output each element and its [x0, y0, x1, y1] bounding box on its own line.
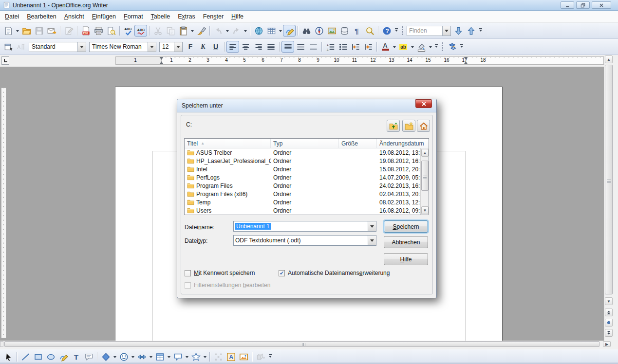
indent-marker-right[interactable] [464, 57, 468, 64]
drawing-overflow-button[interactable] [267, 351, 273, 363]
stars-dropdown[interactable] [202, 351, 207, 363]
create-new-folder-button[interactable] [402, 120, 415, 132]
menu-tabelle[interactable]: Tabelle [147, 11, 174, 22]
previous-page-button[interactable] [605, 309, 613, 316]
file-row[interactable]: Users Ordner 16.08.2012, 09:2 [185, 206, 429, 215]
mini-toolbar-handle[interactable] [441, 42, 444, 52]
block-arrows-dropdown[interactable] [148, 351, 153, 363]
styles-window-button[interactable] [2, 41, 15, 53]
open-button[interactable] [20, 25, 33, 36]
callouts-dropdown[interactable] [184, 351, 189, 363]
paragraph-style-value[interactable]: Standard [29, 43, 77, 50]
align-center-button[interactable] [239, 41, 252, 53]
background-color-button[interactable] [415, 41, 428, 53]
file-row[interactable]: HP_LaserJet_Professional_CM Ordner 19.08… [185, 157, 429, 165]
flowchart-button[interactable] [153, 351, 166, 363]
flowchart-dropdown[interactable] [166, 351, 171, 363]
align-left-button[interactable] [226, 41, 239, 53]
edit-file-button[interactable] [62, 25, 75, 36]
filename-dropdown-button[interactable] [368, 221, 376, 231]
font-color-button[interactable]: A [379, 41, 392, 53]
column-header-title[interactable]: Titel ▲ [185, 139, 271, 148]
file-list-scrollbar[interactable]: ▲ ▼ [420, 148, 429, 215]
scroll-up-button[interactable]: ▲ [605, 55, 613, 63]
file-list-scroll-up[interactable]: ▲ [421, 149, 429, 157]
menu-format[interactable]: Format [120, 11, 147, 22]
select-tool-button[interactable] [2, 351, 15, 363]
undo-button[interactable] [212, 25, 225, 36]
menu-ansicht[interactable]: Ansicht [60, 11, 88, 22]
help-button[interactable] [380, 25, 393, 36]
auto-spellcheck-button[interactable] [134, 25, 147, 36]
navigation-button[interactable] [605, 319, 613, 327]
freeform-tool-button[interactable] [57, 351, 70, 363]
file-row[interactable]: PerfLogs Ordner 14.07.2009, 05:2 [185, 173, 429, 182]
symbol-shapes-button[interactable] [117, 351, 130, 363]
font-size-value[interactable]: 12 [160, 43, 174, 50]
page-preview-button[interactable] [105, 25, 117, 36]
gallery-button[interactable] [325, 25, 338, 36]
formatting-overflow-button[interactable] [433, 41, 439, 53]
email-button[interactable] [45, 25, 58, 36]
filename-value[interactable]: Unbenannt 1 [234, 223, 368, 230]
default-directory-button[interactable] [417, 120, 430, 132]
scroll-down-button[interactable]: ▼ [605, 297, 613, 305]
block-arrows-button[interactable] [135, 351, 148, 363]
rectangle-tool-button[interactable] [32, 351, 44, 363]
text-callout-tool-button[interactable] [82, 351, 95, 363]
insert-picture-button[interactable] [237, 351, 250, 363]
menu-einfuegen[interactable]: Einfügen [88, 11, 120, 22]
find-input[interactable] [407, 26, 442, 36]
font-size-dropdown[interactable] [174, 42, 182, 52]
line-spacing-15-button[interactable] [294, 41, 307, 53]
minimize-button[interactable] [561, 1, 574, 9]
redo-dropdown[interactable] [243, 25, 248, 36]
file-row[interactable]: Program Files (x86) Ordner 02.04.2013, 2… [185, 190, 429, 198]
hyperlink-button[interactable] [252, 25, 265, 36]
underline-button[interactable]: U [209, 41, 222, 53]
copy-button[interactable] [164, 25, 177, 36]
bold-button[interactable]: F [184, 41, 197, 53]
vertical-scrollbar[interactable]: ▲ ▼ [604, 55, 613, 341]
file-row[interactable]: Intel Ordner 15.08.2012, 20:4 [185, 165, 429, 173]
find-previous-button[interactable] [465, 25, 477, 36]
horizontal-scrollbar-thumb[interactable] [4, 341, 599, 347]
undo-dropdown[interactable] [225, 25, 230, 36]
column-header-date[interactable]: Änderungsdatum [377, 139, 429, 148]
up-one-level-button[interactable] [387, 120, 400, 132]
edit-points-button[interactable] [212, 351, 225, 363]
paste-dropdown[interactable] [189, 25, 195, 36]
background-color-dropdown[interactable] [428, 41, 433, 53]
basic-shapes-dropdown[interactable] [112, 351, 117, 363]
line-spacing-2-button[interactable] [307, 41, 319, 53]
cut-button[interactable] [151, 25, 164, 36]
find-dropdown-button[interactable] [442, 26, 450, 36]
extrusion-button[interactable] [254, 351, 267, 363]
find-toolbar-overflow-button[interactable] [477, 25, 484, 36]
decrease-indent-button[interactable] [349, 41, 362, 53]
align-right-button[interactable] [252, 41, 264, 53]
menu-bearbeiten[interactable]: Bearbeiten [23, 11, 60, 22]
help-button-dialog[interactable]: Hilfe [384, 253, 428, 265]
filetype-value[interactable]: ODF Textdokument (.odt) [234, 237, 368, 244]
menu-hilfe[interactable]: Hilfe [227, 11, 247, 22]
file-list-scroll-down[interactable]: ▼ [421, 206, 429, 214]
vertical-ruler[interactable] [1, 88, 6, 338]
save-button[interactable]: Speichern [384, 220, 428, 233]
redo-button[interactable] [230, 25, 243, 36]
text-tool-button[interactable] [70, 351, 82, 363]
find-replace-button[interactable] [300, 25, 313, 36]
ellipse-tool-button[interactable] [44, 351, 57, 363]
fontwork-gallery-button[interactable] [225, 351, 237, 363]
menu-extras[interactable]: Extras [174, 11, 199, 22]
line-tool-button[interactable] [19, 351, 32, 363]
highlighting-dropdown[interactable] [410, 41, 415, 53]
scroll-right-button[interactable]: ▶ [603, 341, 611, 347]
file-list-scrollbar-thumb[interactable] [421, 161, 429, 191]
new-document-button[interactable] [2, 25, 15, 36]
file-row[interactable]: Program Files Ordner 24.02.2013, 16:0 [185, 182, 429, 190]
indent-marker-left[interactable] [160, 57, 164, 64]
print-button[interactable] [92, 25, 105, 36]
insert-table-dropdown[interactable] [278, 25, 283, 36]
checkbox-box-checked[interactable] [279, 270, 285, 276]
